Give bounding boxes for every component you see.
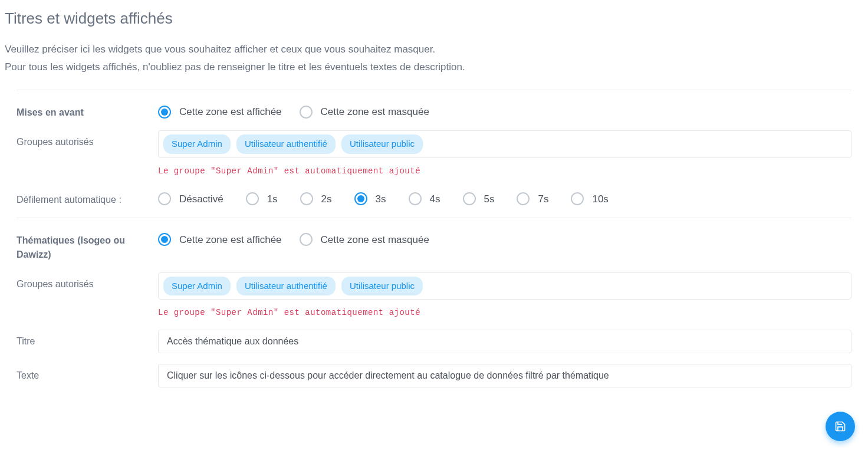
radio-label: 3s [376,192,386,207]
section-divider [17,90,851,90]
autoscroll-option-7s[interactable]: 7s [517,192,548,207]
page-desc-1: Veuillez préciser ici les widgets que vo… [5,42,863,57]
radio-icon [300,192,313,205]
radio-icon [571,192,584,205]
page-desc-2: Pour tous les widgets affichés, n'oublie… [5,60,863,75]
radio-label: Cette zone est affichée [179,104,282,120]
radio-icon [158,192,171,205]
group-tag[interactable]: Utilisateur public [341,277,423,296]
radio-icon [300,106,313,119]
radio-label: 2s [321,192,332,207]
radio-label: Cette zone est affichée [179,232,282,248]
themes-zone-shown-radio[interactable]: Cette zone est affichée [158,232,282,248]
radio-label: 10s [592,192,608,207]
radio-icon [158,106,171,119]
group-tag[interactable]: Utilisateur authentifié [236,277,336,296]
featured-groups-label: Groupes autorisés [17,137,94,147]
autoscroll-option-10s[interactable]: 10s [571,192,608,207]
page-title: Titres et widgets affichés [5,7,863,30]
autoscroll-option-5s[interactable]: 5s [463,192,495,207]
autoscroll-option-4s[interactable]: 4s [409,192,440,207]
autoscroll-option-3s[interactable]: 3s [354,192,386,207]
featured-zone-shown-radio[interactable]: Cette zone est affichée [158,104,282,120]
autoscroll-option-2s[interactable]: 2s [300,192,332,207]
group-tag[interactable]: Super Admin [163,134,231,154]
group-tag[interactable]: Utilisateur authentifié [236,134,336,154]
radio-icon [158,233,171,246]
autoscroll-radiogroup: Désactivé 1s 2s 3s [158,188,851,207]
radio-icon [517,192,530,205]
autoscroll-option-disabled[interactable]: Désactivé [158,192,223,207]
themes-text-label: Texte [17,370,39,380]
themes-zone-hidden-radio[interactable]: Cette zone est masquée [300,232,429,248]
featured-zone-hidden-radio[interactable]: Cette zone est masquée [300,104,429,120]
radio-label: 4s [430,192,440,207]
themes-groups-helper: Le groupe "Super Admin" est automatiquem… [158,307,851,319]
group-tag[interactable]: Super Admin [163,277,231,296]
featured-groups-helper: Le groupe "Super Admin" est automatiquem… [158,165,851,178]
featured-visibility-radiogroup: Cette zone est affichée Cette zone est m… [158,101,851,120]
themes-text-input[interactable] [158,364,851,387]
themes-title-input[interactable] [158,330,851,353]
radio-label: 1s [267,192,278,207]
radio-label: Désactivé [179,192,223,207]
group-tag[interactable]: Utilisateur public [341,134,423,154]
themes-groups-input[interactable]: Super Admin Utilisateur authentifié Util… [158,272,851,300]
radio-label: 5s [484,192,495,207]
featured-groups-input[interactable]: Super Admin Utilisateur authentifié Util… [158,130,851,158]
themes-groups-label: Groupes autorisés [17,279,94,289]
themes-heading: Thématiques (Isogeo ou Dawizz) [17,235,125,259]
autoscroll-option-1s[interactable]: 1s [246,192,278,207]
radio-icon [246,192,259,205]
radio-icon [354,192,367,205]
autoscroll-label: Défilement automatique : [17,195,121,205]
radio-label: Cette zone est masquée [321,232,429,248]
section-divider [17,218,851,218]
themes-title-label: Titre [17,336,35,346]
themes-visibility-radiogroup: Cette zone est affichée Cette zone est m… [158,229,851,248]
radio-icon [409,192,422,205]
radio-label: Cette zone est masquée [321,104,429,120]
radio-icon [300,233,313,246]
radio-label: 7s [538,192,548,207]
featured-heading: Mises en avant [17,107,84,117]
radio-icon [463,192,476,205]
